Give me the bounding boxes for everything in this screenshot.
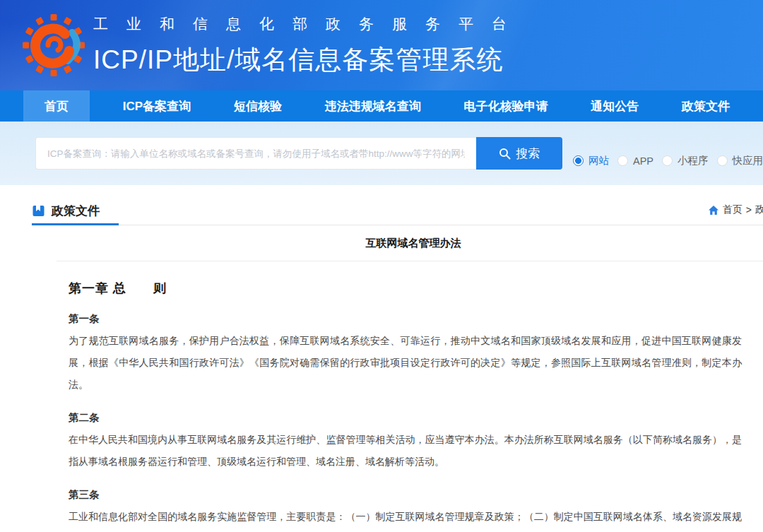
- article-item: 第三条 工业和信息化部对全国的域名服务实施监督管理，主要职责是：（一）制定互联网…: [69, 488, 742, 532]
- radio-option-app[interactable]: APP: [617, 155, 653, 167]
- article-title: 互联网域名管理办法: [32, 237, 763, 250]
- main-nav: 首页 ICP备案查询 短信核验 违法违规域名查询 电子化核验申请 通知公告 政策…: [0, 90, 763, 122]
- nav-item-notices[interactable]: 通知公告: [581, 90, 649, 122]
- nav-item-illegal-domain-query[interactable]: 违法违规域名查询: [315, 90, 431, 122]
- breadcrumb: 首页 > 政策文件: [708, 203, 763, 216]
- search-section: 搜索 网站 APP 小程序 快应用: [0, 122, 763, 185]
- article-item: 第一条 为了规范互联网域名服务，保护用户合法权益，保障互联网域名系统安全、可靠运…: [69, 312, 742, 396]
- radio-icon: [617, 155, 628, 166]
- title-divider: [57, 261, 763, 261]
- nav-item-home[interactable]: 首页: [23, 90, 90, 122]
- radio-label: 小程序: [678, 154, 709, 167]
- radio-option-website[interactable]: 网站: [573, 154, 609, 167]
- system-title: ICP/IP地址/域名信息备案管理系统: [93, 42, 525, 78]
- chapter-heading: 第一章 总 则: [69, 280, 742, 297]
- article-item-text: 工业和信息化部对全国的域名服务实施监督管理，主要职责是：（一）制定互联网域名管理…: [69, 506, 742, 532]
- search-type-options: 网站 APP 小程序 快应用: [573, 154, 763, 167]
- radio-label: 快应用: [733, 154, 763, 167]
- book-icon: [32, 204, 45, 218]
- icp-beian-page: { "header": { "platform_title": "工业和信息化部…: [0, 0, 763, 532]
- section-title: 政策文件: [52, 203, 100, 219]
- radio-option-miniprogram[interactable]: 小程序: [662, 154, 709, 167]
- radio-option-quickapp[interactable]: 快应用: [717, 154, 763, 167]
- section-divider: [32, 223, 763, 225]
- nav-item-e-verification[interactable]: 电子化核验申请: [454, 90, 557, 122]
- search-button-label: 搜索: [516, 146, 540, 162]
- radio-selected-icon: [573, 155, 584, 166]
- site-header: 工业和信息化部政务服务平台 ICP/IP地址/域名信息备案管理系统: [0, 0, 763, 90]
- section-header: 政策文件 首页 > 政策文件: [32, 198, 763, 223]
- content-area: 政策文件 首页 > 政策文件 互联网域名管理办法 第一章 总 则 第一条 为了规…: [32, 198, 763, 532]
- breadcrumb-home-link[interactable]: 首页: [723, 203, 743, 216]
- article-item-heading: 第二条: [69, 411, 742, 425]
- radio-label: 网站: [588, 154, 609, 167]
- radio-icon: [662, 155, 673, 166]
- article-item: 第二条 在中华人民共和国境内从事互联网域名服务及其运行维护、监督管理等相关活动，…: [69, 411, 742, 473]
- platform-title: 工业和信息化部政务服务平台: [93, 14, 525, 34]
- nav-item-icp-query[interactable]: ICP备案查询: [113, 90, 201, 122]
- gear-e-logo-svg: [20, 8, 88, 82]
- header-titles: 工业和信息化部政务服务平台 ICP/IP地址/域名信息备案管理系统: [93, 13, 525, 78]
- home-icon: [708, 205, 719, 215]
- magnifier-icon: [499, 148, 511, 160]
- nav-item-sms-verify[interactable]: 短信核验: [224, 90, 292, 122]
- radio-label: APP: [633, 155, 653, 167]
- active-tab-underline: [32, 223, 119, 225]
- breadcrumb-current: 政策文件: [755, 203, 763, 216]
- article-item-text: 在中华人民共和国境内从事互联网域名服务及其运行维护、监督管理等相关活动，应当遵守…: [69, 429, 742, 473]
- radio-icon: [717, 155, 728, 166]
- divider-line: [32, 225, 763, 225]
- article-item-heading: 第一条: [69, 312, 742, 326]
- breadcrumb-separator: >: [746, 204, 752, 215]
- article-item-heading: 第三条: [69, 488, 742, 502]
- miit-gear-logo-icon: [20, 8, 88, 82]
- nav-item-policy-files[interactable]: 政策文件: [672, 90, 740, 122]
- search-input[interactable]: [35, 137, 476, 170]
- article-body: 第一章 总 则 第一条 为了规范互联网域名服务，保护用户合法权益，保障互联网域名…: [69, 280, 742, 532]
- search-button[interactable]: 搜索: [476, 137, 562, 170]
- article-item-text: 为了规范互联网域名服务，保护用户合法权益，保障互联网域名系统安全、可靠运行，推动…: [69, 330, 742, 396]
